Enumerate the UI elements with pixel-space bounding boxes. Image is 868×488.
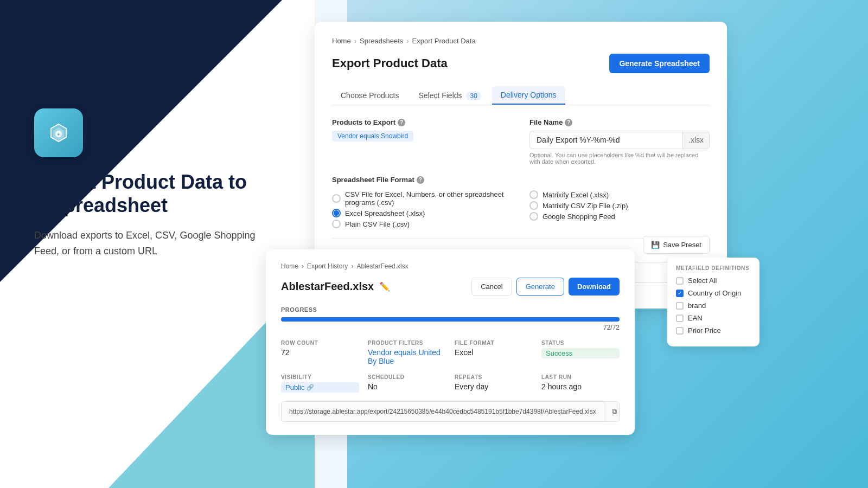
checkbox-prior-price[interactable]	[676, 327, 684, 335]
tab-choose-products[interactable]: Choose Products	[332, 86, 407, 105]
stat-file-format-value: Excel	[455, 348, 533, 357]
export-history-card: Home › Export History › AblestarFeed.xls…	[266, 249, 635, 435]
edit-icon[interactable]: ✏️	[379, 281, 390, 292]
format-csv-plain[interactable]: Plain CSV File (.csv)	[332, 219, 512, 229]
format-matrixify-csv[interactable]: Matrixify CSV Zip File (.zip)	[529, 200, 710, 211]
bottom-header: AblestarFeed.xlsx ✏️ Cancel Generate Dow…	[281, 278, 620, 296]
stat-repeats: REPEATS Every day	[455, 374, 533, 393]
card-title: Export Product Data	[332, 56, 448, 70]
file-name-section: File Name ? .xlsx Optional. You can use …	[529, 118, 710, 165]
stat-scheduled-value: No	[368, 382, 446, 391]
left-panel: + Export Product Data to a Spreadsheet D…	[34, 108, 262, 259]
stat-row-count-label: ROW COUNT	[281, 340, 359, 346]
bottom-bc-sep2: ›	[351, 262, 353, 270]
bottom-title: AblestarFeed.xlsx	[281, 280, 374, 293]
file-name-row: .xlsx	[529, 131, 710, 149]
stat-status-label: STATUS	[541, 340, 620, 346]
format-google-shopping[interactable]: Google Shopping Feed	[529, 211, 710, 222]
stat-scheduled: SCHEDULED No	[368, 374, 446, 393]
meta-ean[interactable]: EAN	[676, 314, 751, 322]
stat-status-value: Success	[541, 348, 620, 358]
save-preset-icon: 💾	[651, 241, 660, 249]
stat-visibility-label: VISIBILITY	[281, 374, 359, 380]
bottom-bc-current: AblestarFeed.xlsx	[356, 262, 408, 270]
stat-visibility: VISIBILITY Public 🔗	[281, 374, 359, 393]
top-fields-row: Products to Export ? Vendor equals Snowb…	[332, 118, 710, 165]
format-xlsx[interactable]: Excel Spreadsheet (.xlsx)	[332, 208, 512, 219]
hero-description: Download exports to Excel, CSV, Google S…	[34, 228, 262, 259]
radio-xlsx	[332, 209, 341, 217]
tab-badge-fields: 30	[466, 92, 481, 100]
generate-button[interactable]: Generate	[516, 278, 564, 296]
copy-url-button[interactable]: ⧉	[604, 402, 620, 421]
progress-section: PROGRESS 72/72	[281, 306, 620, 331]
checkbox-ean[interactable]	[676, 314, 684, 322]
format-left: CSV File for Excel, Numbers, or other sp…	[332, 189, 512, 229]
breadcrumb-sep1: ›	[354, 37, 356, 45]
tab-delivery-options[interactable]: Delivery Options	[492, 86, 565, 105]
checkbox-select-all[interactable]	[676, 277, 684, 285]
card-header: Export Product Data Generate Spreadsheet	[332, 54, 710, 73]
products-filter-badge[interactable]: Vendor equals Snowbird	[332, 131, 413, 142]
meta-country-of-origin[interactable]: Country of Origin	[676, 289, 751, 297]
format-csv-excel[interactable]: CSV File for Excel, Numbers, or other sp…	[332, 189, 512, 208]
meta-prior-price[interactable]: Prior Price	[676, 326, 751, 335]
generate-spreadsheet-button[interactable]: Generate Spreadsheet	[609, 54, 710, 73]
radio-google-shopping	[529, 212, 538, 221]
breadcrumb: Home › Spreadsheets › Export Product Dat…	[332, 37, 710, 45]
breadcrumb-home[interactable]: Home	[332, 37, 351, 45]
checkbox-country-of-origin[interactable]	[676, 290, 684, 297]
svg-text:+: +	[57, 132, 60, 137]
breadcrumb-spreadsheets[interactable]: Spreadsheets	[360, 37, 403, 45]
stat-row-count-value: 72	[281, 348, 359, 357]
stat-product-filters-value: Vendor equals United By Blue	[368, 348, 446, 365]
bottom-bc-history[interactable]: Export History	[307, 262, 348, 270]
stat-status: STATUS Success	[541, 340, 620, 365]
stat-product-filters: PRODUCT FILTERS Vendor equals United By …	[368, 340, 446, 365]
meta-brand[interactable]: brand	[676, 301, 751, 310]
progress-fill	[281, 317, 620, 322]
stat-row-count: ROW COUNT 72	[281, 340, 359, 365]
save-preset-button[interactable]: 💾 Save Preset	[643, 236, 710, 254]
stat-product-filters-label: PRODUCT FILTERS	[368, 340, 446, 346]
progress-bar	[281, 317, 620, 322]
bottom-title-row: AblestarFeed.xlsx ✏️	[281, 280, 390, 293]
download-button[interactable]: Download	[569, 278, 620, 296]
breadcrumb-current: Export Product Data	[412, 37, 476, 45]
bottom-breadcrumb: Home › Export History › AblestarFeed.xls…	[281, 262, 620, 270]
format-matrixify-excel[interactable]: Matrixify Excel (.xlsx)	[529, 189, 710, 200]
format-info-icon[interactable]: ?	[417, 176, 424, 184]
breadcrumb-sep2: ›	[406, 37, 409, 45]
tab-select-fields[interactable]: Select Fields 30	[410, 86, 489, 105]
tabs: Choose Products Select Fields 30 Deliver…	[332, 86, 710, 105]
file-name-hint: Optional. You can use placeholders like …	[529, 152, 710, 165]
hero-title: Export Product Data to a Spreadsheet	[34, 170, 262, 217]
meta-select-all[interactable]: Select All	[676, 277, 751, 285]
action-buttons: Cancel Generate Download	[471, 278, 620, 296]
url-row: https://storage.ablestar.app/export/2421…	[281, 401, 620, 422]
app-icon: +	[34, 108, 83, 157]
format-options: CSV File for Excel, Numbers, or other sp…	[332, 189, 710, 229]
radio-matrixify-csv	[529, 201, 538, 210]
stat-repeats-label: REPEATS	[455, 374, 533, 380]
export-url: https://storage.ablestar.app/export/2421…	[282, 402, 604, 421]
progress-count: 72/72	[281, 324, 620, 331]
cancel-button[interactable]: Cancel	[471, 278, 512, 296]
format-right: Matrixify Excel (.xlsx) Matrixify CSV Zi…	[529, 189, 710, 229]
stat-visibility-value: Public 🔗	[281, 382, 359, 393]
products-info-icon[interactable]: ?	[398, 119, 405, 126]
checkbox-brand[interactable]	[676, 302, 684, 310]
file-name-input[interactable]	[529, 131, 682, 149]
file-ext: .xlsx	[682, 131, 710, 149]
products-to-export-section: Products to Export ? Vendor equals Snowb…	[332, 118, 512, 165]
bottom-bc-home[interactable]: Home	[281, 262, 298, 270]
products-label: Products to Export ?	[332, 118, 512, 126]
stat-last-run-label: LAST RUN	[541, 374, 620, 380]
stat-last-run: LAST RUN 2 hours ago	[541, 374, 620, 393]
radio-csv-plain	[332, 220, 341, 228]
file-name-label: File Name ?	[529, 118, 710, 126]
format-label: Spreadsheet File Format ?	[332, 176, 710, 184]
filename-info-icon[interactable]: ?	[565, 119, 572, 126]
stats-row-1: ROW COUNT 72 PRODUCT FILTERS Vendor equa…	[281, 340, 620, 365]
radio-matrixify-excel	[529, 190, 538, 199]
